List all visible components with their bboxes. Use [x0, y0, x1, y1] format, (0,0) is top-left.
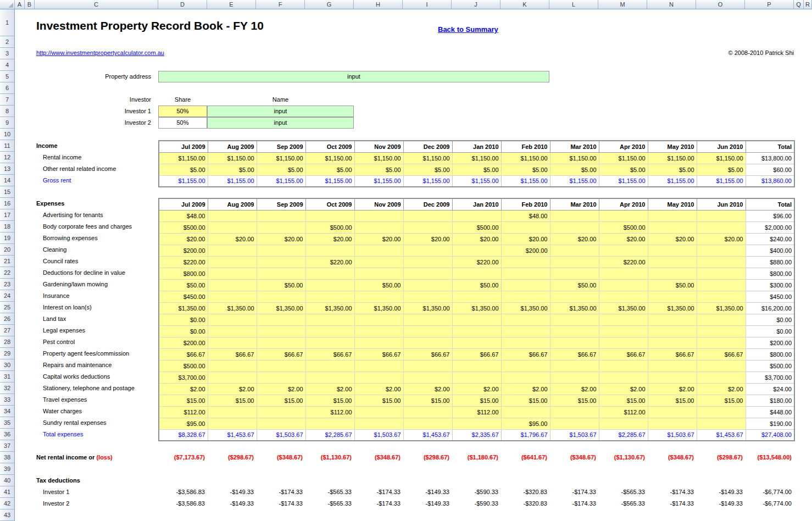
select-all-corner[interactable] [0, 0, 15, 9]
expenses-cell[interactable] [501, 406, 550, 418]
expenses-cell[interactable] [550, 325, 599, 337]
income-cell[interactable]: $1,150.00 [159, 152, 208, 164]
income-month-header[interactable]: Nov 2009 [354, 141, 403, 152]
expenses-cell[interactable]: $500.00 [305, 221, 354, 233]
expenses-cell[interactable] [208, 325, 257, 337]
back-to-summary-link[interactable]: Back to Summary [438, 25, 498, 34]
tax-investor2-cell[interactable]: -$174.33 [647, 498, 696, 509]
row-header-19[interactable]: 19 [0, 232, 15, 244]
expenses-total-cell[interactable]: $3,700.00 [746, 372, 794, 383]
expenses-cell[interactable]: $1,350.00 [550, 302, 599, 314]
expenses-cell[interactable] [599, 314, 648, 325]
expenses-cell[interactable] [257, 418, 305, 429]
tax-investor2-cell[interactable]: -$590.33 [452, 498, 500, 509]
expenses-cell[interactable] [697, 268, 746, 279]
column-header-C[interactable]: C [35, 0, 158, 9]
expenses-cell[interactable]: $2,285.67 [599, 429, 648, 441]
expenses-cell[interactable] [403, 406, 452, 418]
expenses-cell[interactable] [305, 360, 354, 372]
expenses-cell[interactable] [697, 418, 746, 429]
expenses-cell[interactable]: $112.00 [305, 406, 354, 418]
expenses-cell[interactable]: $66.67 [208, 348, 257, 360]
row-header-17[interactable]: 17 [0, 209, 15, 221]
expenses-cell[interactable] [208, 337, 257, 348]
expenses-cell[interactable]: $66.67 [452, 348, 501, 360]
row-header-10[interactable]: 10 [0, 129, 15, 140]
income-month-header[interactable]: Aug 2009 [208, 141, 257, 152]
expenses-cell[interactable]: $48.00 [501, 210, 550, 221]
expenses-cell[interactable] [550, 337, 599, 348]
expenses-cell[interactable] [257, 256, 305, 268]
expenses-month-header[interactable]: Total [746, 198, 794, 210]
expenses-total-cell[interactable]: $448.00 [746, 406, 794, 418]
expenses-cell[interactable]: $2.00 [403, 383, 452, 395]
net-income-cell[interactable]: ($7,173.67) [158, 452, 207, 463]
expenses-cell[interactable]: $20.00 [648, 233, 697, 245]
expenses-cell[interactable]: $1,453.67 [208, 429, 257, 441]
row-header-1[interactable]: 1 [0, 9, 15, 36]
row-header-39[interactable]: 39 [0, 463, 15, 475]
expenses-cell[interactable] [550, 360, 599, 372]
expenses-cell[interactable]: $15.00 [452, 395, 501, 406]
expenses-cell[interactable] [550, 406, 599, 418]
expenses-cell[interactable] [697, 291, 746, 302]
row-header-32[interactable]: 32 [0, 383, 15, 394]
expenses-cell[interactable] [403, 372, 452, 383]
expenses-cell[interactable]: $200.00 [501, 245, 550, 256]
expenses-cell[interactable]: $15.00 [403, 395, 452, 406]
expenses-cell[interactable]: $20.00 [501, 233, 550, 245]
expenses-cell[interactable] [648, 406, 697, 418]
expenses-total-cell[interactable]: $450.00 [746, 291, 794, 302]
expenses-cell[interactable]: $15.00 [305, 395, 354, 406]
expenses-cell[interactable]: $2.00 [452, 383, 501, 395]
expenses-month-header[interactable]: Aug 2009 [208, 198, 257, 210]
expenses-cell[interactable] [305, 268, 354, 279]
expenses-cell[interactable]: $15.00 [208, 395, 257, 406]
net-income-cell[interactable]: ($298.67) [696, 452, 745, 463]
expenses-cell[interactable]: $15.00 [599, 395, 648, 406]
expenses-cell[interactable] [452, 372, 501, 383]
expenses-cell[interactable]: $1,350.00 [648, 302, 697, 314]
expenses-cell[interactable]: $66.67 [403, 348, 452, 360]
expenses-cell[interactable] [648, 291, 697, 302]
expenses-cell[interactable]: $66.67 [257, 348, 305, 360]
expenses-cell[interactable] [599, 337, 648, 348]
expenses-cell[interactable] [501, 360, 550, 372]
investor1-name-input[interactable]: input [207, 106, 354, 117]
expenses-cell[interactable]: $2.00 [354, 383, 403, 395]
expenses-cell[interactable] [550, 372, 599, 383]
expenses-cell[interactable] [648, 337, 697, 348]
net-income-cell[interactable]: ($348.67) [647, 452, 696, 463]
expenses-cell[interactable] [257, 221, 305, 233]
row-header-15[interactable]: 15 [0, 186, 15, 198]
expenses-cell[interactable] [403, 291, 452, 302]
expenses-month-header[interactable]: Sep 2009 [257, 198, 305, 210]
expenses-cell[interactable] [208, 245, 257, 256]
row-header-29[interactable]: 29 [0, 348, 15, 359]
expenses-cell[interactable]: $66.67 [599, 348, 648, 360]
expenses-cell[interactable]: $66.67 [697, 348, 746, 360]
expenses-cell[interactable] [354, 291, 403, 302]
expenses-total-cell[interactable]: $24.00 [746, 383, 794, 395]
expenses-cell[interactable] [550, 314, 599, 325]
expenses-cell[interactable] [501, 325, 550, 337]
expenses-cell[interactable] [403, 279, 452, 291]
expenses-cell[interactable]: $1,503.67 [354, 429, 403, 441]
expenses-cell[interactable]: $15.00 [354, 395, 403, 406]
column-header-E[interactable]: E [207, 0, 256, 9]
expenses-cell[interactable]: $20.00 [159, 233, 208, 245]
income-month-header[interactable]: Feb 2010 [501, 141, 550, 152]
income-month-header[interactable]: Mar 2010 [550, 141, 599, 152]
income-cell[interactable]: $1,155.00 [305, 175, 354, 187]
expenses-total-cell[interactable]: $16,200.00 [746, 302, 794, 314]
expenses-cell[interactable]: $1,453.67 [403, 429, 452, 441]
row-header-2[interactable]: 2 [0, 36, 15, 48]
expenses-total-cell[interactable]: $27,408.00 [746, 429, 794, 441]
income-cell[interactable]: $5.00 [354, 164, 403, 175]
expenses-cell[interactable]: $50.00 [354, 279, 403, 291]
expenses-cell[interactable]: $220.00 [452, 256, 501, 268]
expenses-cell[interactable]: $500.00 [159, 221, 208, 233]
row-header-14[interactable]: 14 [0, 175, 15, 186]
expenses-cell[interactable] [550, 210, 599, 221]
row-header-31[interactable]: 31 [0, 371, 15, 383]
